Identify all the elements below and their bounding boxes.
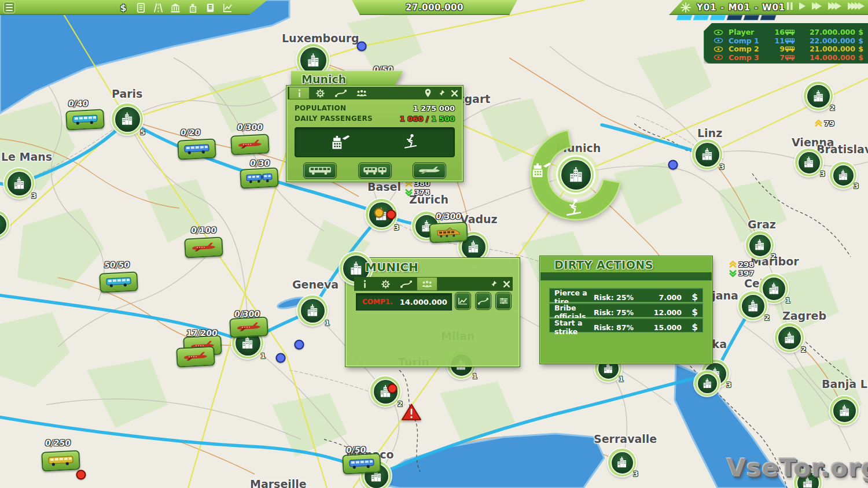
dirty-action-row[interactable]: Start a strike Risk: 87% 15.000 $ xyxy=(549,318,703,332)
population-value: 1 275 000 xyxy=(413,104,455,113)
routes-button[interactable] xyxy=(476,293,491,309)
vehicle-dot[interactable] xyxy=(374,208,384,218)
articulated-bus-icon xyxy=(362,165,388,176)
action-cost: 15.000 xyxy=(645,323,682,332)
pin-window-icon[interactable] xyxy=(437,89,446,98)
fastest-forward-button[interactable] xyxy=(848,2,865,10)
week-progress xyxy=(677,15,775,20)
dirty-action-row[interactable]: Pierce a tire Risk: 25% 7.000 $ xyxy=(549,288,703,302)
pause-button[interactable] xyxy=(787,2,793,10)
currency-symbol: $ xyxy=(682,292,698,302)
company-money: 27.000.000 xyxy=(800,28,855,36)
standings-row[interactable]: Comp 3 7 14.000.000 $ xyxy=(713,53,863,62)
company-money: 14.000.000 xyxy=(800,53,855,62)
people-icon xyxy=(421,280,433,289)
vehicle-dot[interactable] xyxy=(388,384,398,394)
action-risk: Risk: 25% xyxy=(594,293,645,302)
locate-pin-icon[interactable] xyxy=(424,88,432,98)
play-button[interactable] xyxy=(799,2,806,10)
alert-warning-icon[interactable] xyxy=(402,403,421,421)
company-vehicle-count: 11 xyxy=(767,36,785,45)
headquarters-icon[interactable] xyxy=(186,1,199,14)
finances-icon[interactable]: $ xyxy=(117,1,130,14)
roads-icon[interactable] xyxy=(152,1,164,14)
pin-window-icon[interactable] xyxy=(489,280,498,289)
competitor-name: COMP1. xyxy=(362,298,393,306)
currency-symbol: $ xyxy=(855,28,863,36)
menu-icon[interactable] xyxy=(3,2,15,13)
vehicle-dot[interactable] xyxy=(76,470,86,480)
buy-bus-button[interactable] xyxy=(304,163,336,178)
bus-icon xyxy=(785,28,800,36)
main-toolbar: $ xyxy=(0,0,267,15)
company-vehicle-count: 9 xyxy=(767,45,785,53)
buy-plane-button[interactable] xyxy=(413,163,446,178)
buy-coach-button[interactable] xyxy=(359,163,391,178)
player-money: 27.000.000 xyxy=(406,2,464,13)
chart-line-icon xyxy=(458,297,468,305)
visibility-eye-icon[interactable] xyxy=(713,29,729,36)
money-banner: 27.000.000 xyxy=(340,0,529,15)
tab-competitors[interactable] xyxy=(417,277,437,291)
company-name: Comp 3 xyxy=(729,53,767,62)
munich-competitors-window: MUNICH COMP1. xyxy=(345,258,520,367)
action-risk: Risk: 87% xyxy=(594,323,645,332)
standings-row[interactable]: Comp 2 9 21.000.000 $ xyxy=(713,45,863,53)
daily-passengers-value: 1 060 / 1 500 xyxy=(400,114,455,123)
vehicle-dot[interactable] xyxy=(668,160,678,170)
currency-symbol: $ xyxy=(682,322,698,332)
dirty-actions-panel: DIRTY ACTIONS Pierce a tire Risk: 25% 7.… xyxy=(540,256,712,364)
company-money: 21.000.000 xyxy=(800,45,855,53)
contracts-icon[interactable] xyxy=(204,1,216,14)
tab-routes[interactable] xyxy=(330,87,351,99)
standings-row[interactable]: Player 16 27.000.000 $ xyxy=(713,28,863,36)
close-icon[interactable] xyxy=(451,90,458,97)
airport-feature-icon xyxy=(330,131,351,154)
bus-icon xyxy=(785,45,800,53)
window-title-tab[interactable]: Munich xyxy=(291,71,403,87)
company-name: Comp 2 xyxy=(729,45,767,53)
vehicle-dot[interactable] xyxy=(295,340,304,350)
window-title: MUNICH xyxy=(365,260,418,274)
faster-forward-button[interactable] xyxy=(828,2,841,10)
visibility-eye-icon[interactable] xyxy=(713,37,729,44)
info-icon xyxy=(363,280,367,289)
stats-chart-button[interactable] xyxy=(455,293,470,309)
tab-settings[interactable] xyxy=(375,277,396,291)
company-name: Player xyxy=(729,28,767,36)
tab-info[interactable] xyxy=(354,277,375,291)
tab-routes[interactable] xyxy=(396,277,417,291)
window-title: Munich xyxy=(301,73,346,86)
vehicle-dot[interactable] xyxy=(357,42,367,51)
bus-icon xyxy=(785,54,800,61)
tab-competitors[interactable] xyxy=(351,87,372,99)
fast-forward-button[interactable] xyxy=(812,2,822,10)
gear-icon xyxy=(315,88,325,98)
company-name: Comp 1 xyxy=(729,36,767,45)
reports-icon[interactable] xyxy=(134,1,147,14)
vehicle-dot[interactable] xyxy=(276,353,286,363)
standings-panel: Player 16 27.000.000 $ Comp 1 11 xyxy=(704,23,868,64)
visibility-eye-icon[interactable] xyxy=(713,46,729,53)
visibility-eye-icon[interactable] xyxy=(713,54,729,61)
week-progress-segment xyxy=(760,15,777,20)
week-progress-segment xyxy=(710,15,726,20)
actions-list-button[interactable] xyxy=(496,293,511,309)
game-screen: Luxembourg Paris Le Mans Basel Zürich Va… xyxy=(0,0,868,488)
info-icon xyxy=(297,89,301,98)
game-date: Y01 - M01 - W01 xyxy=(697,2,785,13)
vehicle-dot[interactable] xyxy=(387,210,396,220)
bank-icon[interactable] xyxy=(169,1,182,14)
tab-info[interactable] xyxy=(289,87,310,99)
close-icon[interactable] xyxy=(503,280,510,288)
competitor-value: 14.000.000 xyxy=(400,298,447,306)
window-tab-bar xyxy=(288,87,462,99)
standings-row[interactable]: Comp 1 11 22.000.000 $ xyxy=(713,36,863,45)
competitor-value-bar[interactable]: COMP1. 14.000.000 xyxy=(356,293,452,310)
tab-settings[interactable] xyxy=(310,87,330,99)
dirty-action-row[interactable]: Bribe officials Risk: 75% 12.000 $ xyxy=(549,303,703,317)
gear-icon xyxy=(381,279,391,289)
statistics-icon[interactable] xyxy=(221,1,234,14)
munich-info-window: Munich xyxy=(286,71,463,182)
action-cost: 7.000 xyxy=(645,293,682,302)
